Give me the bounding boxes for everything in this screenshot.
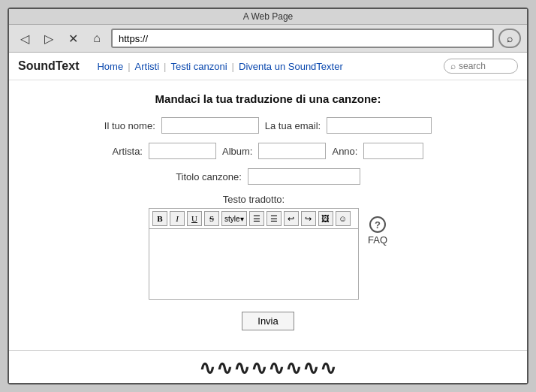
home-button[interactable]: ⌂ [87,29,107,48]
submit-button[interactable]: Invia [242,312,294,330]
site-nav: Home | Artisti | Testi canzoni | Diventa… [94,61,444,72]
toolbar: ◁ ▷ ✕ ⌂ ⌕ [9,25,527,53]
webpage: SoundText Home | Artisti | Testi canzoni… [9,53,527,383]
faq-label[interactable]: FAQ [368,234,387,246]
name-input[interactable] [161,117,259,134]
faq-icon[interactable]: ? [369,216,386,233]
style-label: style [224,215,240,223]
site-logo: SoundText [18,59,79,73]
nav-artisti[interactable]: Artisti [132,61,163,72]
form-area: Il tuo nome: La tua email: Artista: Albu… [58,117,478,338]
titolo-input[interactable] [248,168,360,185]
close-button[interactable]: ✕ [63,29,83,48]
anno-input[interactable] [363,143,423,159]
dropdown-arrow-icon: ▾ [240,215,244,223]
submit-row: Invia [58,312,478,330]
page-content: Mandaci la tua traduzione di una canzone… [9,80,527,350]
artista-input[interactable] [149,143,216,159]
search-input[interactable] [459,61,511,71]
testo-textarea[interactable] [149,229,358,297]
page-title: A Web Page [243,11,294,22]
style-dropdown[interactable]: style ▾ [221,211,247,226]
go-button[interactable]: ⌕ [498,29,521,48]
browser-window: A Web Page ◁ ▷ ✕ ⌂ ⌕ SoundText Home | Ar… [8,8,528,384]
album-input[interactable] [258,143,326,159]
email-label: La tua email: [265,120,321,131]
footer: ∿∿∿∿∿∿∿∿ [9,350,527,383]
testo-label: Testo tradotto: [223,194,285,205]
testo-label-block: Testo tradotto: B I U S style ▾ [149,194,359,300]
italic-button[interactable]: I [170,211,185,226]
undo-button[interactable]: ↩ [284,211,299,226]
editor-toolbar: B I U S style ▾ ☰ ☰ ↩ [149,209,358,229]
nav-diventa[interactable]: Diventa un SoundTexter [236,61,346,72]
nav-sep-2: | [164,61,166,72]
nav-sep-1: | [128,61,130,72]
form-title: Mandaci la tua traduzione di una canzone… [155,92,381,105]
underline-button[interactable]: U [187,211,202,226]
search-box[interactable]: ⌕ [444,59,518,74]
artista-label: Artista: [113,146,143,157]
testo-section: Testo tradotto: B I U S style ▾ [58,194,478,300]
faq-block: ? FAQ [368,194,387,246]
album-label: Album: [222,146,252,157]
nav-sep-3: | [232,61,234,72]
search-icon: ⌕ [507,32,513,44]
search-icon: ⌕ [450,61,456,71]
site-header: SoundText Home | Artisti | Testi canzoni… [9,53,527,80]
form-row-name-email: Il tuo nome: La tua email: [58,117,478,134]
form-row-artista: Artista: Album: Anno: [58,143,478,159]
redo-button[interactable]: ↪ [301,211,316,226]
name-label: Il tuo nome: [104,120,155,131]
footer-logo: ∿∿∿∿∿∿∿∿ [199,357,337,380]
strikethrough-button[interactable]: S [204,211,219,226]
image-button[interactable]: 🖼 [318,211,333,226]
anno-label: Anno: [332,146,357,157]
ul-button[interactable]: ☰ [249,211,264,226]
nav-testi[interactable]: Testi canzoni [167,61,230,72]
form-row-titolo: Titolo canzone: [58,168,478,185]
titolo-label: Titolo canzone: [176,171,242,182]
title-bar: A Web Page [9,9,527,25]
rich-editor: B I U S style ▾ ☰ ☰ ↩ [149,208,359,300]
nav-home[interactable]: Home [94,61,126,72]
url-bar[interactable] [111,29,494,48]
back-button[interactable]: ◁ [15,29,35,48]
email-input[interactable] [327,117,432,134]
forward-button[interactable]: ▷ [39,29,59,48]
emoji-button[interactable]: ☺ [336,211,351,226]
bold-button[interactable]: B [152,211,167,226]
ol-button[interactable]: ☰ [266,211,282,226]
